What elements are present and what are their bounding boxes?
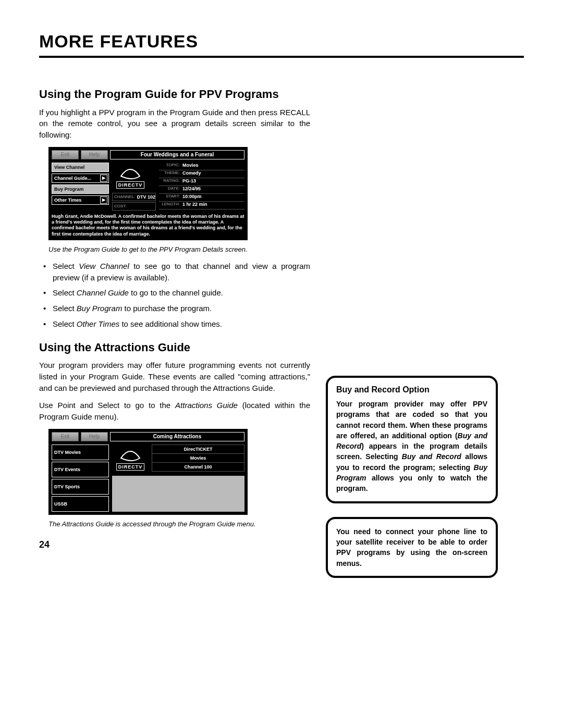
b3-post: to purchase the program.: [122, 304, 212, 313]
ss2-title: Coming Attractions: [110, 432, 244, 441]
s2p2-pre: Use Point and Select to go to the: [39, 401, 175, 410]
b3-em: Buy Program: [77, 304, 123, 313]
page-number: 24: [39, 539, 310, 550]
ss1-channel-guide-label: Channel Guide...: [54, 176, 91, 181]
ss1-theme-v: Comedy: [181, 170, 244, 178]
ss2-ussb-button: USSB: [52, 496, 109, 512]
directv-logo-icon: DIRECTV: [112, 445, 149, 474]
b4-em: Other Times: [77, 319, 119, 328]
ss2-exit-button: Exit: [52, 432, 79, 441]
ss1-channel-guide-button: Channel Guide... ▶: [52, 174, 109, 183]
page-title: MORE FEATURES: [39, 31, 524, 52]
ss1-date-v: 12/24/95: [181, 186, 244, 193]
ss2-blank-area: [112, 476, 244, 512]
ss2-logo-text: DIRECTV: [116, 463, 145, 471]
ss1-rating-v: PG-13: [181, 178, 244, 186]
ss2-dtv-events-button: DTV Events: [52, 462, 109, 477]
section1-heading: Using the Program Guide for PPV Programs: [39, 87, 310, 102]
bullet-view-channel: Select View Channel to see go to that ch…: [39, 261, 310, 283]
ss2-dtv-sports-button: DTV Sports: [52, 479, 109, 495]
attractions-guide-screenshot: Exit Help Coming Attractions DTV Movies …: [48, 429, 248, 515]
bullet-other-times: Select Other Times to see additional sho…: [39, 318, 310, 330]
sidebar-box2-text: You need to connect your phone line to y…: [336, 526, 487, 569]
ss2-caption: The Attractions Guide is accessed throug…: [48, 520, 310, 528]
directv-logo-icon: DIRECTV: [112, 163, 149, 192]
sidebar-box-phone-line: You need to connect your phone line to y…: [326, 517, 498, 578]
bullet-channel-guide: Select Channel Guide to go to the channe…: [39, 287, 310, 299]
ss1-logo-text: DIRECTV: [116, 181, 145, 189]
s2p2-em: Attractions Guide: [175, 401, 238, 410]
b1-em: View Channel: [79, 262, 129, 270]
sidebar-box-buy-record: Buy and Record Option Your program provi…: [326, 376, 498, 503]
section2-heading: Using the Attractions Guide: [39, 340, 310, 355]
ss1-channel-v: DTV 102: [137, 194, 155, 200]
b1-pre: Select: [53, 262, 79, 270]
ss2-info-0: DirecTICKET: [152, 445, 244, 453]
sidebar-box1-text: Your program provider may offer PPV prog…: [336, 399, 487, 494]
b2-post: to go to the channel guide.: [129, 288, 223, 297]
ss1-description: Hugh Grant, Andie McDowell. A confirmed …: [52, 214, 244, 237]
ss1-length-k: LENGTH:: [159, 202, 181, 209]
bullet-buy-program: Select Buy Program to purchase the progr…: [39, 303, 310, 314]
sidebar-column: Buy and Record Option Your program provi…: [326, 84, 498, 591]
b2-em: Channel Guide: [77, 288, 129, 297]
ss1-theme-k: THEME:: [159, 170, 181, 178]
ss1-title: Four Weddings and a Funeral: [110, 150, 244, 159]
ss1-length-v: 1 hr 22 min: [181, 202, 244, 209]
section2-p1: Your program providers may offer future …: [39, 360, 310, 393]
chevron-right-icon: ▶: [100, 196, 107, 204]
ss1-start-k: START:: [159, 194, 181, 201]
sb1-em2: Buy and Record: [402, 452, 461, 461]
ss1-start-v: 10:00pm: [181, 194, 244, 201]
main-column: Using the Program Guide for PPV Programs…: [39, 79, 310, 550]
ss1-cost-k: COST:: [113, 204, 128, 208]
ss2-help-button: Help: [81, 432, 108, 441]
b3-pre: Select: [53, 304, 77, 313]
ss1-help-button: Help: [81, 150, 108, 159]
sidebar-box1-heading: Buy and Record Option: [336, 385, 487, 394]
b2-pre: Select: [53, 288, 77, 297]
ss1-other-times-label: Other Times: [54, 198, 81, 203]
ss1-date-k: DATE:: [159, 186, 181, 193]
ss1-topic-k: TOPIC:: [159, 163, 181, 170]
section1-intro: If you highlight a PPV program in the Pr…: [39, 107, 310, 141]
chevron-right-icon: ▶: [100, 175, 107, 182]
ss1-buy-program-button: Buy Program: [52, 184, 109, 194]
ss1-caption: Use the Program Guide to get to the PPV …: [48, 245, 310, 253]
ss1-topic-v: Movies: [181, 163, 244, 170]
ss1-other-times-button: Other Times ▶: [52, 195, 109, 205]
b4-post: to see additional show times.: [119, 319, 222, 328]
section2-p2: Use Point and Select to go to the Attrac…: [39, 400, 310, 423]
ss1-exit-button: Exit: [52, 150, 79, 159]
ss1-view-channel-button: View Channel: [52, 163, 109, 172]
ss2-info-1: Movies: [152, 454, 244, 462]
ppv-details-screenshot: Exit Help Four Weddings and a Funeral Vi…: [48, 147, 248, 240]
ss1-rating-k: RATING:: [159, 178, 181, 186]
ss1-channel-k: CHANNEL:: [113, 194, 137, 199]
ss2-dtv-movies-button: DTV Movies: [52, 445, 109, 460]
ss2-info-2: Channel 100: [152, 463, 244, 471]
b4-pre: Select: [53, 319, 77, 328]
title-rule: [39, 56, 524, 58]
